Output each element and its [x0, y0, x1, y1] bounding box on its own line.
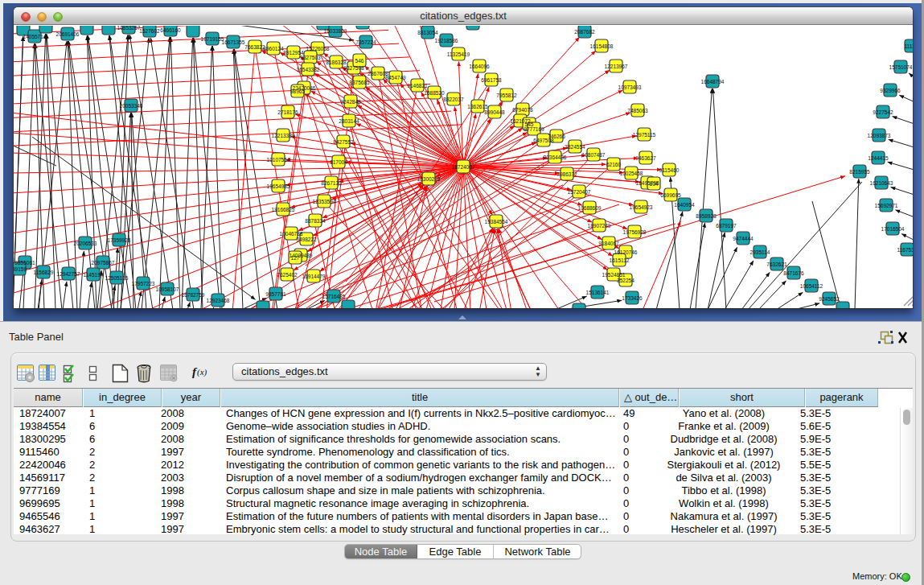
- svg-text:2087682: 2087682: [574, 29, 595, 35]
- svg-text:16671355: 16671355: [222, 39, 245, 45]
- svg-text:1145194: 1145194: [84, 272, 104, 278]
- svg-text:1588520: 1588520: [424, 90, 445, 96]
- svg-text:6961758: 6961758: [481, 77, 502, 83]
- svg-text:1167533: 1167533: [897, 247, 913, 253]
- svg-text:3498222: 3498222: [296, 237, 317, 242]
- svg-text:7986372: 7986372: [556, 171, 577, 177]
- svg-text:19756928: 19756928: [623, 229, 647, 235]
- svg-text:16154808: 16154808: [590, 43, 614, 49]
- svg-text:6497508: 6497508: [533, 138, 554, 143]
- svg-text:8990448: 8990448: [484, 109, 505, 115]
- svg-text:15136141: 15136141: [586, 290, 610, 295]
- svg-text:7955812: 7955812: [496, 93, 517, 98]
- svg-text:15751074: 15751074: [889, 64, 913, 70]
- svg-text:12942757: 12942757: [57, 271, 80, 277]
- svg-text:20364436: 20364436: [544, 154, 567, 160]
- svg-text:62160: 62160: [606, 162, 621, 167]
- svg-text:19218586: 19218586: [435, 38, 458, 43]
- svg-text:39159: 39159: [14, 266, 27, 272]
- svg-text:10807487: 10807487: [582, 152, 606, 158]
- svg-text:1362615: 1362615: [467, 104, 488, 109]
- svg-text:2935114: 2935114: [750, 249, 770, 255]
- svg-text:9474444: 9474444: [733, 236, 754, 241]
- svg-text:12923468: 12923468: [207, 298, 230, 303]
- svg-text:10719155: 10719155: [201, 36, 224, 42]
- svg-text:8267130: 8267130: [321, 180, 342, 186]
- svg-text:9242848: 9242848: [340, 99, 361, 105]
- svg-text:19524851: 19524851: [602, 272, 626, 278]
- svg-text:1244415: 1244415: [868, 155, 889, 161]
- svg-text:9115460: 9115460: [659, 167, 680, 173]
- svg-text:14055714: 14055714: [23, 34, 47, 39]
- svg-text:16543382: 16543382: [297, 67, 320, 72]
- svg-text:3824554: 3824554: [565, 144, 585, 150]
- svg-text:12093873: 12093873: [868, 133, 891, 138]
- svg-text:8215955: 8215955: [849, 169, 870, 175]
- svg-text:8375685: 8375685: [349, 80, 370, 85]
- svg-text:817004: 817004: [330, 159, 347, 165]
- svg-text:252254: 252254: [617, 278, 634, 283]
- svg-text:15226058: 15226058: [306, 46, 330, 51]
- svg-text:12505135: 12505135: [105, 275, 129, 281]
- svg-text:9227542: 9227542: [873, 109, 893, 115]
- svg-text:6699695: 6699695: [660, 192, 681, 198]
- svg-text:18300295: 18300295: [417, 176, 441, 182]
- svg-text:1527602: 1527602: [139, 28, 160, 34]
- svg-text:16648794: 16648794: [701, 79, 725, 84]
- svg-text:16120746: 16120746: [614, 249, 638, 255]
- svg-text:2803144: 2803144: [339, 118, 359, 124]
- svg-text:1733426: 1733426: [622, 295, 643, 301]
- svg-text:19654985: 19654985: [267, 183, 290, 189]
- svg-text:20975867: 20975867: [92, 260, 115, 266]
- svg-text:18907249: 18907249: [588, 223, 611, 229]
- svg-text:12353594: 12353594: [313, 199, 336, 204]
- svg-text:6794078: 6794078: [512, 107, 533, 113]
- svg-text:8822037: 8822037: [443, 97, 464, 102]
- svg-text:8427552: 8427552: [333, 139, 354, 145]
- svg-text:9327508: 9327508: [343, 65, 364, 71]
- svg-text:19166825: 19166825: [272, 207, 295, 212]
- svg-text:10853267: 10853267: [117, 26, 141, 31]
- svg-text:8186328: 8186328: [326, 60, 347, 65]
- svg-text:9463627: 9463627: [635, 155, 656, 161]
- svg-text:16782759: 16782759: [182, 292, 205, 298]
- svg-text:1640954: 1640954: [674, 202, 695, 208]
- svg-text:10025458: 10025458: [620, 171, 643, 176]
- svg-text:7357224: 7357224: [355, 39, 376, 45]
- svg-text:7625402: 7625402: [277, 272, 298, 278]
- svg-text:8878334: 8878334: [305, 218, 326, 224]
- svg-text:16210643: 16210643: [870, 180, 893, 186]
- svg-text:1156829: 1156829: [34, 270, 54, 275]
- svg-text:12213967: 12213967: [605, 64, 628, 69]
- svg-text:12975115: 12975115: [633, 132, 656, 138]
- svg-text:20053346: 20053346: [120, 103, 143, 109]
- svg-text:9184067: 9184067: [598, 241, 619, 246]
- svg-text:(x): (x): [197, 367, 207, 377]
- svg-text:10107554: 10107554: [267, 157, 290, 163]
- svg-text:546: 546: [355, 58, 364, 64]
- svg-text:11120: 11120: [904, 43, 913, 49]
- svg-text:127: 127: [291, 255, 300, 261]
- svg-text:6466160: 6466160: [160, 27, 181, 33]
- svg-text:7632621: 7632621: [766, 262, 787, 267]
- svg-text:10958107: 10958107: [156, 286, 179, 292]
- svg-text:10654112: 10654112: [800, 283, 823, 289]
- svg-text:12213389: 12213389: [272, 133, 295, 138]
- svg-text:19384554: 19384554: [485, 219, 508, 225]
- svg-text:17957223: 17957223: [132, 281, 155, 286]
- svg-text:8471676: 8471676: [783, 270, 804, 276]
- svg-text:15716485: 15716485: [322, 294, 346, 299]
- svg-text:9146821: 9146821: [407, 83, 428, 89]
- svg-text:11325419: 11325419: [447, 51, 470, 57]
- svg-text:804: 804: [650, 181, 659, 187]
- svg-text:1615112: 1615112: [610, 257, 630, 263]
- svg-text:8454749: 8454749: [385, 75, 406, 80]
- svg-text:18724007: 18724007: [452, 164, 475, 170]
- svg-text:9777169: 9777169: [524, 126, 544, 132]
- svg-text:9329966: 9329966: [880, 88, 901, 93]
- svg-text:6879197: 6879197: [716, 223, 737, 229]
- svg-text:15692971: 15692971: [875, 203, 898, 208]
- svg-text:9857791: 9857791: [265, 291, 286, 297]
- svg-text:98965: 98965: [290, 89, 305, 94]
- svg-text:17359928: 17359928: [108, 237, 131, 243]
